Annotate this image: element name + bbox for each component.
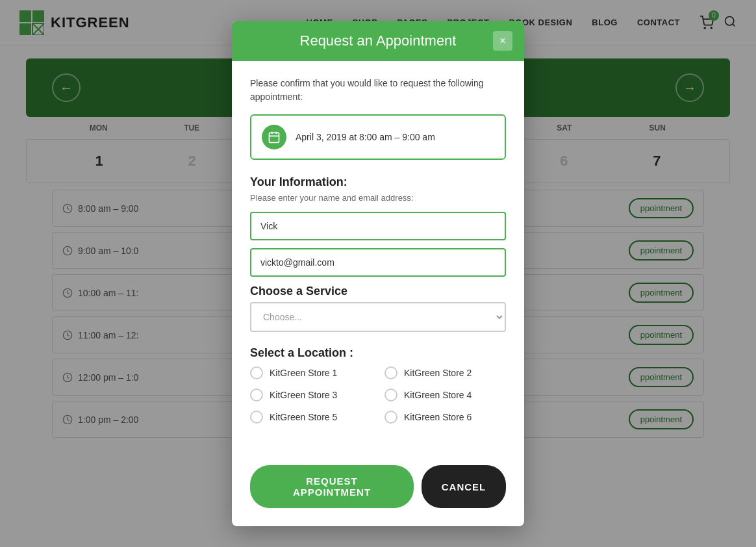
location-4[interactable]: KitGreen Store 4 (384, 388, 506, 401)
location-3[interactable]: KitGreen Store 3 (250, 388, 372, 401)
location-label-6: KitGreen Store 6 (404, 412, 472, 422)
location-2[interactable]: KitGreen Store 2 (384, 366, 506, 379)
location-radio-2[interactable] (384, 366, 397, 379)
appointment-date-text: April 3, 2019 at 8:00 am – 9:00 am (296, 132, 435, 142)
location-label-4: KitGreen Store 4 (404, 390, 472, 400)
location-section: Select a Location : KitGreen Store 1 Kit… (250, 346, 506, 424)
cancel-button[interactable]: CANCEL (422, 465, 506, 508)
location-radio-4[interactable] (384, 388, 397, 401)
choose-service-section: Choose a Service Choose... (250, 285, 506, 332)
location-radio-6[interactable] (384, 411, 397, 424)
select-location-title: Select a Location : (250, 346, 506, 360)
modal-body: Please confirm that you would like to re… (232, 61, 524, 455)
location-6[interactable]: KitGreen Store 6 (384, 411, 506, 424)
location-grid: KitGreen Store 1 KitGreen Store 2 KitGre… (250, 366, 506, 424)
your-info-title: Your Information: (250, 175, 506, 189)
appointment-modal: Request an Appointment × Please confirm … (232, 21, 524, 526)
appointment-date-box: April 3, 2019 at 8:00 am – 9:00 am (250, 114, 506, 160)
confirm-text: Please confirm that you would like to re… (250, 77, 506, 104)
name-input[interactable] (250, 212, 506, 240)
your-info-section: Your Information: Please enter your name… (250, 175, 506, 285)
location-radio-5[interactable] (250, 411, 263, 424)
email-input[interactable] (250, 248, 506, 277)
svg-rect-16 (270, 133, 279, 142)
your-info-subtitle: Please enter your name and email address… (250, 193, 506, 203)
location-label-3: KitGreen Store 3 (270, 390, 337, 400)
modal-header: Request an Appointment × (232, 21, 524, 61)
location-label-2: KitGreen Store 2 (404, 368, 472, 378)
modal-title: Request an Appointment (300, 32, 457, 49)
calendar-icon (262, 125, 286, 149)
location-label-1: KitGreen Store 1 (270, 368, 337, 378)
location-radio-1[interactable] (250, 366, 263, 379)
modal-close-button[interactable]: × (493, 31, 512, 51)
request-appointment-button[interactable]: REQUEST APPOINTMENT (250, 465, 414, 508)
modal-footer: REQUEST APPOINTMENT CANCEL (232, 455, 524, 526)
location-label-5: KitGreen Store 5 (270, 412, 337, 422)
service-select[interactable]: Choose... (250, 302, 506, 332)
location-1[interactable]: KitGreen Store 1 (250, 366, 372, 379)
choose-service-title: Choose a Service (250, 285, 506, 298)
location-5[interactable]: KitGreen Store 5 (250, 411, 372, 424)
location-radio-3[interactable] (250, 388, 263, 401)
